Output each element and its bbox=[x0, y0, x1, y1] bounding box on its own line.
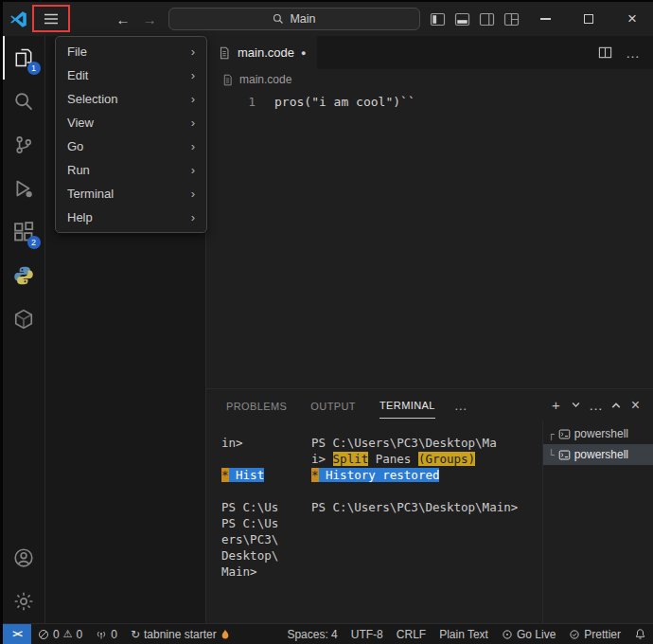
tabnine-status[interactable]: ↻ tabnine starter bbox=[124, 624, 237, 644]
prettier-label: Prettier bbox=[584, 628, 621, 641]
flame-icon bbox=[221, 629, 230, 640]
forward-button[interactable]: → bbox=[137, 7, 162, 31]
maximize-button[interactable] bbox=[576, 7, 601, 31]
ports-status[interactable]: 0 bbox=[89, 624, 124, 644]
menu-item-edit[interactable]: Edit› bbox=[56, 63, 206, 87]
go-live-status[interactable]: Go Live bbox=[495, 624, 562, 644]
modified-dot-icon[interactable]: ● bbox=[301, 48, 306, 58]
terminal-text: PS C:\Us bbox=[221, 516, 278, 530]
terminal-tab-powershell-2[interactable]: └ powershell bbox=[543, 444, 653, 465]
terminal-selection: History restored bbox=[319, 468, 440, 482]
chevron-right-icon: › bbox=[191, 45, 195, 59]
close-window-button[interactable]: × bbox=[620, 7, 644, 31]
terminal-area: in> * Hist PS C:\Us PS C:\Us ers\PC3\ De… bbox=[206, 420, 653, 623]
vscode-logo-icon bbox=[9, 9, 27, 28]
panel-header: PROBLEMS OUTPUT TERMINAL … + … × bbox=[206, 389, 653, 420]
split-branch-top: ┌ bbox=[548, 428, 555, 440]
indent-label: Spaces: 4 bbox=[287, 628, 337, 641]
layout-panel-icon bbox=[454, 12, 470, 27]
language-mode-status[interactable]: Plain Text bbox=[432, 624, 495, 644]
terminal-text: i> bbox=[311, 452, 333, 466]
problems-status[interactable]: 0 ⚠ 0 bbox=[31, 624, 89, 644]
application-menu: File› Edit› Selection› View› Go› Run› Te… bbox=[55, 36, 207, 233]
activity-explorer-button[interactable]: 1 bbox=[3, 36, 45, 80]
source-control-icon bbox=[13, 134, 34, 155]
hexagon-cube-icon bbox=[13, 309, 34, 330]
activity-bar: 1 2 bbox=[3, 36, 45, 623]
terminal-text: ers\PC3\ bbox=[221, 532, 278, 546]
tab-output[interactable]: OUTPUT bbox=[310, 392, 356, 419]
ports-count: 0 bbox=[111, 628, 117, 641]
menu-hamburger-button[interactable] bbox=[39, 7, 63, 31]
tabnine-label: tabnine starter bbox=[144, 628, 217, 641]
terminal-profile-dropdown-button[interactable] bbox=[566, 395, 586, 416]
minimize-button[interactable] bbox=[533, 7, 557, 31]
terminal-match: * bbox=[221, 468, 229, 482]
explorer-badge: 1 bbox=[27, 62, 41, 75]
menu-item-go[interactable]: Go› bbox=[56, 134, 206, 158]
split-branch-bottom: └ bbox=[548, 449, 555, 461]
editor-more-actions-button[interactable]: … bbox=[626, 45, 640, 61]
menu-item-label: Edit bbox=[67, 68, 88, 82]
terminal-tab-powershell-1[interactable]: ┌ powershell bbox=[543, 423, 653, 444]
menu-item-label: Run bbox=[67, 163, 90, 177]
panel-tabs-overflow-button[interactable]: … bbox=[454, 398, 468, 413]
maximize-panel-button[interactable] bbox=[606, 395, 626, 416]
toggle-sidebar-button[interactable] bbox=[425, 7, 450, 31]
bottom-panel: PROBLEMS OUTPUT TERMINAL … + … × bbox=[206, 388, 653, 623]
prettier-check-icon bbox=[569, 629, 580, 640]
tab-terminal[interactable]: TERMINAL bbox=[379, 391, 435, 419]
menu-item-selection[interactable]: Selection› bbox=[56, 87, 206, 111]
eol-status[interactable]: CRLF bbox=[390, 624, 432, 644]
remote-indicator[interactable]: >< bbox=[3, 624, 31, 644]
warning-icon: ⚠ bbox=[63, 628, 73, 640]
code-editor[interactable]: 1 pros("i am cool")`` bbox=[206, 90, 653, 388]
settings-gear-button[interactable] bbox=[3, 580, 45, 623]
activity-source-control-button[interactable] bbox=[3, 123, 45, 167]
line-number: 1 bbox=[206, 95, 256, 109]
breadcrumb[interactable]: main.code bbox=[206, 69, 653, 90]
terminal-pane-left[interactable]: in> * Hist PS C:\Us PS C:\Us ers\PC3\ De… bbox=[206, 420, 308, 623]
activity-pros-extension-button[interactable] bbox=[3, 297, 45, 341]
activity-search-button[interactable] bbox=[3, 80, 45, 123]
new-terminal-button[interactable]: + bbox=[546, 395, 566, 416]
toggle-panel-button[interactable] bbox=[450, 7, 474, 31]
menu-item-label: View bbox=[67, 116, 94, 130]
command-center-search[interactable]: Main bbox=[168, 8, 420, 30]
terminal-match: (Groups) bbox=[418, 452, 475, 466]
split-editor-button[interactable] bbox=[598, 45, 612, 60]
close-panel-button[interactable]: × bbox=[626, 395, 645, 416]
layout-sidebar-left-icon bbox=[430, 12, 446, 27]
indent-status[interactable]: Spaces: 4 bbox=[280, 624, 344, 644]
menu-item-file[interactable]: File› bbox=[56, 40, 206, 63]
terminal-pane-main[interactable]: PS C:\Users\PC3\Desktop\Ma i> Split Pane… bbox=[308, 420, 542, 623]
activity-run-debug-button[interactable] bbox=[3, 167, 45, 210]
notifications-bell-button[interactable] bbox=[627, 624, 653, 644]
tab-main-code[interactable]: main.code ● bbox=[206, 36, 317, 69]
menu-item-label: Terminal bbox=[67, 187, 114, 201]
encoding-status[interactable]: UTF-8 bbox=[344, 624, 390, 644]
account-button[interactable] bbox=[3, 536, 45, 580]
back-button[interactable]: ← bbox=[111, 7, 135, 31]
toggle-secondary-sidebar-button[interactable] bbox=[474, 7, 499, 31]
menu-item-help[interactable]: Help› bbox=[56, 206, 206, 229]
tab-problems[interactable]: PROBLEMS bbox=[226, 392, 287, 419]
menu-item-terminal[interactable]: Terminal› bbox=[56, 182, 206, 206]
go-live-label: Go Live bbox=[517, 628, 556, 641]
account-icon bbox=[13, 547, 34, 568]
chevron-down-icon bbox=[572, 402, 580, 408]
gear-icon bbox=[13, 591, 34, 612]
breadcrumb-item[interactable]: main.code bbox=[239, 73, 291, 86]
editor-tab-bar: main.code ● … bbox=[206, 36, 653, 69]
activity-extensions-button[interactable]: 2 bbox=[3, 210, 45, 254]
terminal-tab-label: powershell bbox=[574, 427, 628, 440]
editor-group: main.code ● … main.code 1 pros("i am coo… bbox=[206, 36, 653, 623]
extensions-badge: 2 bbox=[27, 236, 41, 249]
prettier-status[interactable]: Prettier bbox=[562, 624, 627, 644]
activity-python-button[interactable] bbox=[3, 254, 45, 297]
file-icon bbox=[221, 74, 234, 86]
panel-more-actions-button[interactable]: … bbox=[586, 395, 606, 416]
menu-item-view[interactable]: View› bbox=[56, 111, 206, 134]
menu-item-run[interactable]: Run› bbox=[56, 158, 206, 182]
customize-layout-button[interactable] bbox=[499, 7, 523, 31]
